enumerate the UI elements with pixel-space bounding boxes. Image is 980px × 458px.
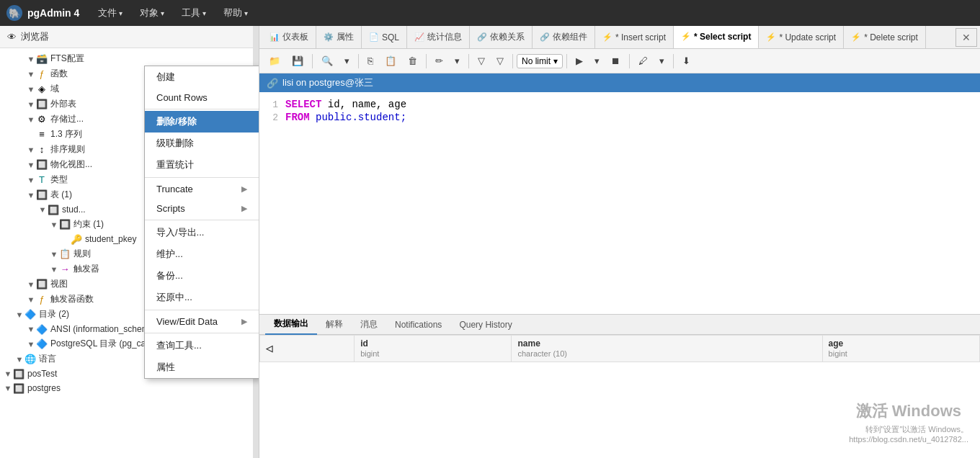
results-tab-notifications[interactable]: Notifications [386,315,450,335]
context-menu-item[interactable]: 删除/移除 [145,111,259,133]
app-title: pgAdmin 4 [27,7,79,19]
tree-node-label: 1.3 序列 [50,128,82,140]
tree-expand-icon[interactable]: ▼ [14,310,24,319]
results-tab-解释[interactable]: 解释 [317,315,352,335]
results-tab-query-history[interactable]: Query History [450,315,520,335]
tree-node-icon: 🔷 [24,309,36,320]
tree-node-icon: ƒ [36,294,48,305]
context-menu-item[interactable]: Count Rows [145,88,259,107]
script-tab-insert-script[interactable]: ⚡* Insert script [595,26,674,49]
tree-item[interactable]: ▼🔲postgres [0,381,259,395]
tree-expand-icon[interactable]: ▼ [26,191,36,199]
toolbar-delete-btn[interactable]: 🗑 [403,53,422,69]
ctx-item-label: 重置统计 [156,158,194,171]
toolbar-pen-arrow-btn[interactable]: ▾ [654,53,669,69]
script-tab-select-script[interactable]: ⚡* Select script [674,26,759,49]
tree-node-icon: 🗃️ [36,53,48,65]
script-tab-属性[interactable]: ⚙️属性 [316,26,362,49]
script-tab-delete-script[interactable]: ⚡* Delete script [844,26,926,49]
context-menu-item[interactable]: 重置统计 [145,154,259,176]
context-menu-item[interactable]: 维护... [145,243,259,265]
context-menu-item[interactable]: 还原中... [145,287,259,308]
toolbar-search-btn[interactable]: 🔍 [316,53,338,69]
tree-expand-icon[interactable]: ▼ [49,265,59,274]
tree-node-icon: ◈ [36,84,48,95]
tree-expand-icon[interactable]: ▼ [3,369,13,378]
tree-expand-icon[interactable]: ▼ [26,325,36,333]
toolbar-save-btn[interactable]: 💾 [287,53,308,69]
tree-node-label: postgres [27,383,61,393]
tree-expand-icon[interactable]: ▼ [3,384,13,392]
ctx-item-label: Truncate [156,184,193,194]
toolbar-download-btn[interactable]: ⬇ [677,53,695,69]
toolbar-paste-btn[interactable]: 📋 [380,53,401,69]
script-tab-sql[interactable]: 📄SQL [362,26,407,49]
context-menu-item[interactable]: Scripts▶ [145,199,259,218]
tree-expand-icon[interactable]: ▼ [26,145,36,154]
toolbar-limit-dropdown[interactable]: No limit ▾ [517,54,563,68]
menu-help[interactable]: 帮助 ▾ [216,4,255,22]
tree-expand-icon[interactable]: ▼ [26,70,36,78]
limit-arrow-icon: ▾ [553,56,558,66]
tree-expand-icon[interactable]: ▼ [26,115,36,124]
results-tabs: 数据输出解释消息NotificationsQuery History [259,315,980,335]
toolbar-stop-btn[interactable]: ⏹ [606,53,625,69]
ctx-item-arrow: ▶ [241,184,247,194]
context-menu-item[interactable]: 导入/导出... [145,222,259,243]
toolbar-run-btn[interactable]: ▶ [571,53,588,69]
col-header-id[interactable]: idbigint [355,336,512,362]
tree-expand-icon[interactable]: ▼ [26,161,36,169]
editor-area[interactable]: 1SELECT id, name, age2 FROM public.stude… [259,92,980,314]
col-header-name[interactable]: namecharacter (10) [512,336,822,362]
toolbar-sep-1 [312,54,313,68]
tree-item[interactable]: ▼🗃️FTS配置 [0,51,259,66]
session-icon: 🔗 [267,78,278,89]
tree-expand-icon[interactable]: ▼ [26,100,36,109]
tree-expand-icon[interactable]: ▼ [26,340,36,349]
tab-label: * Update script [779,32,836,42]
tree-expand-icon[interactable]: ▼ [26,176,36,184]
tree-expand-icon[interactable]: ▼ [26,295,36,304]
sidebar: 👁 浏览器 ▼🗃️FTS配置▼ƒ函数▼◈域▼🔲外部表▼⚙存储过...≡1.3 序… [0,26,259,458]
toolbar-edit-arrow-btn[interactable]: ▾ [450,53,465,69]
results-tab-数据输出[interactable]: 数据输出 [265,315,317,335]
toolbar-search-arrow-btn[interactable]: ▾ [339,53,355,69]
script-tab-统计信息[interactable]: 📈统计信息 [407,26,470,49]
context-menu-item[interactable]: Truncate▶ [145,179,259,199]
context-menu-item[interactable]: 级联删除 [145,133,259,154]
tree-expand-icon[interactable]: ▼ [49,220,59,229]
ctx-item-label: 导入/导出... [156,226,204,239]
toolbar-filter2-btn[interactable]: ▽ [491,53,509,69]
tree-expand-icon[interactable]: ▼ [26,280,36,289]
toolbar-pen-btn[interactable]: 🖊 [633,53,653,69]
toolbar-edit-btn[interactable]: ✏ [430,53,448,69]
context-menu-item[interactable]: 创建 [145,66,259,88]
tree-expand-icon[interactable]: ▼ [37,205,48,214]
results-tab-消息[interactable]: 消息 [352,315,386,335]
script-tab-依赖组件[interactable]: 🔗依赖组件 [533,26,595,49]
tree-expand-icon[interactable]: ▼ [49,250,59,259]
col-header-age[interactable]: agebigint [822,336,979,362]
tree-expand-icon[interactable]: ▼ [26,55,36,63]
menu-object[interactable]: 对象 ▾ [133,4,172,22]
menu-tools[interactable]: 工具 ▾ [174,4,213,22]
toolbar-copy-btn[interactable]: ⎘ [362,53,378,69]
tabs-close-button[interactable]: ✕ [956,28,977,47]
context-menu-item[interactable]: 备份... [145,265,259,287]
script-tab-update-script[interactable]: ⚡* Update script [759,26,844,49]
toolbar-folder-btn[interactable]: 📁 [264,53,285,69]
tab-icon: ⚙️ [324,32,334,42]
tree-node-label: ANSI (information_schema) [50,324,156,334]
tree-expand-icon[interactable]: ▼ [14,355,24,364]
tab-icon: ⚡ [602,32,612,42]
context-menu-item[interactable]: 属性 [145,356,259,378]
toolbar-run-arrow-btn[interactable]: ▾ [589,53,605,69]
tree-expand-icon[interactable]: ▼ [26,85,36,94]
toolbar-filter-btn[interactable]: ▽ [473,53,490,69]
script-tab-仪表板[interactable]: 📊仪表板 [262,26,316,49]
menu-file[interactable]: 文件 ▾ [91,4,130,22]
script-tab-依赖关系[interactable]: 🔗依赖关系 [470,26,533,49]
tab-label: 属性 [337,31,354,43]
context-menu-item[interactable]: 查询工具... [145,335,259,356]
context-menu-item[interactable]: View/Edit Data▶ [145,312,259,331]
